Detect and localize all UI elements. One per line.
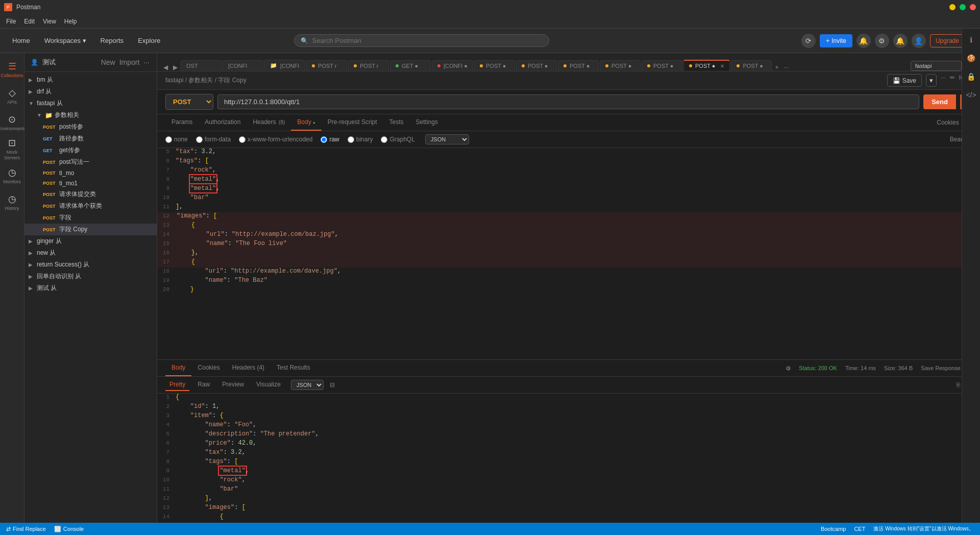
tab-nav-back[interactable]: ◀: [161, 64, 170, 71]
tab-post8[interactable]: POST ●: [731, 60, 772, 71]
tree-item-get-getchuancan[interactable]: GET get传参: [24, 144, 157, 156]
body-raw-option[interactable]: raw: [321, 136, 339, 143]
sidebar-icon-collections[interactable]: ☰ Collections: [2, 57, 22, 82]
tab-params[interactable]: Params: [165, 114, 199, 131]
tree-item-ginger[interactable]: ▶ ginger 从: [24, 235, 157, 247]
sidebar-icon-monitors[interactable]: ◷ Monitors: [2, 163, 22, 188]
tree-item-drf[interactable]: ▶ drf 从: [24, 86, 157, 98]
tab-post-active[interactable]: POST ● ✕: [683, 60, 730, 71]
invite-button[interactable]: + Invite: [820, 34, 852, 47]
menu-view[interactable]: View: [43, 18, 56, 25]
sync-icon[interactable]: ⟳: [801, 34, 816, 48]
menu-help[interactable]: Help: [64, 18, 77, 25]
save-dropdown-button[interactable]: ▾: [926, 74, 937, 87]
tree-item-new[interactable]: ▶ new 从: [24, 247, 157, 259]
response-code-editor[interactable]: 1 { 2 "id": 1, 3 "item": {: [157, 394, 977, 523]
tab-headers[interactable]: Headers (8): [247, 114, 291, 131]
tab-nav-plus[interactable]: +: [773, 64, 780, 71]
body-urlencoded-option[interactable]: x-www-form-urlencoded: [239, 136, 312, 143]
tab-get[interactable]: GET ●: [390, 60, 431, 71]
tab-nav-forward[interactable]: ▶: [171, 64, 180, 71]
nav-reports[interactable]: Reports: [96, 35, 128, 46]
resp-fmt-preview[interactable]: Preview: [218, 379, 248, 391]
body-binary-option[interactable]: binary: [348, 136, 373, 143]
menu-file[interactable]: File: [6, 18, 16, 25]
tree-item-get-lujing[interactable]: GET 路径参数: [24, 133, 157, 144]
more-actions-icon[interactable]: ···: [941, 74, 946, 87]
method-select[interactable]: POST GET PUT DELETE: [165, 94, 213, 110]
tab-confi2[interactable]: 📁 [CONFI: [264, 60, 305, 71]
save-button[interactable]: 💾 Send Save: [887, 74, 922, 87]
search-bar[interactable]: 🔍: [294, 34, 549, 47]
body-formdata-option[interactable]: form-data: [196, 136, 231, 143]
tab-authorization[interactable]: Authorization: [199, 114, 247, 131]
tab-tests[interactable]: Tests: [383, 114, 410, 131]
code-snippet-icon[interactable]: </>: [964, 88, 978, 102]
maximize-button[interactable]: [960, 4, 966, 10]
cookie-icon[interactable]: 🍪: [964, 53, 978, 65]
url-input[interactable]: [217, 94, 919, 109]
tree-item-post-postchuancan[interactable]: POST post传参: [24, 121, 157, 133]
tab-confi1[interactable]: [CONFI: [223, 60, 263, 71]
tree-item-bm[interactable]: ▶ bm 从: [24, 74, 157, 86]
filter-icon[interactable]: ⊟: [330, 381, 335, 388]
sidebar-icon-mock-servers[interactable]: ⊡ Mock Servers: [2, 137, 22, 161]
copy-resp-icon[interactable]: ⎘: [957, 381, 960, 388]
settings-icon[interactable]: ⚙: [875, 34, 889, 48]
nav-workspaces[interactable]: Workspaces ▾: [40, 35, 90, 46]
body-format-select[interactable]: JSON Text JavaScript HTML XML: [425, 134, 469, 144]
resp-tab-body[interactable]: Body: [165, 360, 191, 376]
resp-tab-cookies[interactable]: Cookies: [191, 360, 226, 376]
tab-confi3[interactable]: [CONFI ●: [432, 60, 473, 71]
tab-post6[interactable]: POST ●: [600, 60, 641, 71]
tab-post7[interactable]: POST ●: [642, 60, 682, 71]
upgrade-button[interactable]: Upgrade: [930, 34, 965, 47]
tree-item-return-success[interactable]: ▶ return Success() 从: [24, 259, 157, 271]
nav-explore[interactable]: Explore: [134, 35, 164, 46]
tree-item-test[interactable]: ▶ 测试 从: [24, 282, 157, 294]
resp-tab-test-results[interactable]: Test Results: [271, 360, 316, 376]
tab-post3[interactable]: POST ●: [474, 60, 515, 71]
tree-item-post-timo1[interactable]: POST ti_mo1: [24, 178, 157, 188]
tab-post1[interactable]: POST r: [306, 60, 347, 71]
notification-icon[interactable]: 🔔: [893, 34, 908, 48]
tree-item-post-timo[interactable]: POST ti_mo: [24, 168, 157, 178]
import-button[interactable]: Import: [118, 57, 141, 67]
resp-format-select[interactable]: JSON: [291, 380, 324, 390]
tree-item-post-dangehuolei[interactable]: POST 请求体单个获类: [24, 200, 157, 212]
lock-icon[interactable]: 🔒: [964, 69, 978, 84]
console-button[interactable]: ⬜ Console: [54, 526, 84, 532]
body-none-option[interactable]: none: [165, 136, 188, 143]
tree-item-post-ziduan[interactable]: POST 字段: [24, 212, 157, 224]
resp-fmt-visualize[interactable]: Visualize: [252, 379, 285, 391]
tree-item-post-qingqiutijiaolei[interactable]: POST 请求体提交类: [24, 188, 157, 200]
tab-settings[interactable]: Settings: [410, 114, 444, 131]
search-input[interactable]: [312, 37, 543, 44]
minimize-button[interactable]: [949, 4, 955, 10]
close-button[interactable]: [970, 4, 976, 10]
cookies-button[interactable]: Cookies: [937, 119, 959, 126]
sidebar-icon-environments[interactable]: ⊙ Environments: [2, 110, 22, 135]
save-response-button[interactable]: Save Response: [921, 365, 961, 371]
tab-pre-request[interactable]: Pre-request Script: [322, 114, 383, 131]
resp-fmt-raw[interactable]: Raw: [193, 379, 214, 391]
tree-item-canshuxiangguan[interactable]: ▼ 📁 参数相关: [24, 109, 157, 121]
sidebar-icon-history[interactable]: ◷ History: [2, 190, 22, 214]
tab-close-icon[interactable]: ✕: [720, 63, 724, 69]
bootcamp-item[interactable]: Bootcamp: [821, 526, 846, 532]
avatar[interactable]: 👤: [912, 34, 926, 48]
tab-body[interactable]: Body ●: [291, 114, 322, 131]
tab-post5[interactable]: POST ●: [558, 60, 599, 71]
resp-fmt-pretty[interactable]: Pretty: [165, 379, 189, 391]
menu-edit[interactable]: Edit: [24, 18, 35, 25]
tab-post4[interactable]: POST ●: [516, 60, 557, 71]
tree-item-fastapi[interactable]: ▼ fastapi 从: [24, 98, 157, 109]
more-options-button[interactable]: ···: [142, 57, 151, 67]
edit-icon[interactable]: ✏: [950, 74, 955, 87]
tab-ost[interactable]: OST: [181, 60, 222, 71]
bell-icon[interactable]: 🔔: [856, 34, 871, 48]
send-button[interactable]: Send: [923, 94, 956, 109]
sidebar-icon-apis[interactable]: ◇ APIs: [2, 84, 22, 108]
tree-item-post-xiezifa[interactable]: POST post写法一: [24, 156, 157, 168]
new-collection-button[interactable]: New: [100, 57, 116, 67]
